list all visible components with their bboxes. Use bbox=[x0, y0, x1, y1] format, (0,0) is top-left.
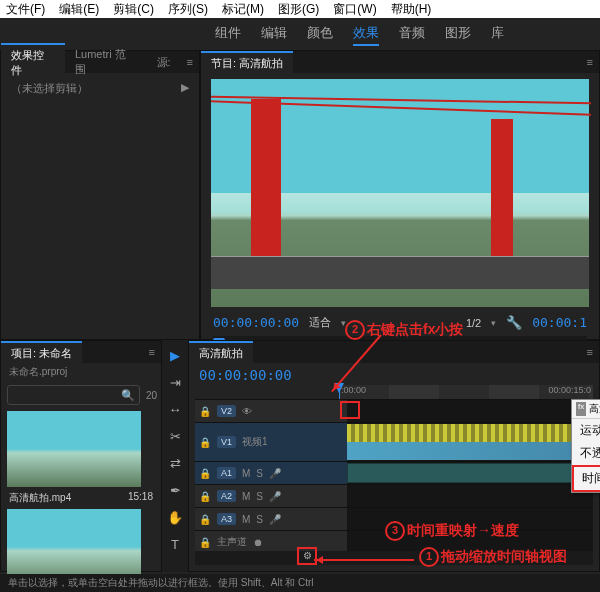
program-fit[interactable]: 适合 bbox=[309, 315, 331, 330]
tab-project[interactable]: 项目: 未命名 bbox=[1, 341, 82, 364]
wrench-icon[interactable]: 🔧 bbox=[506, 315, 522, 330]
tracks-area: 🔒V2👁 🔒V1视频1 🔒A1MS🎤 🔒A2MS🎤 bbox=[195, 399, 593, 541]
annotation-2: 右键点击fx小按 bbox=[367, 321, 463, 339]
project-search-input[interactable]: 🔍 bbox=[7, 385, 140, 405]
lock-icon[interactable]: 🔒 bbox=[199, 468, 211, 479]
ws-effects[interactable]: 效果 bbox=[353, 24, 379, 46]
tab-lumetri[interactable]: Lumetri 范围 bbox=[65, 44, 147, 80]
tab-source[interactable]: 源: bbox=[147, 52, 181, 73]
project-panel: 项目: 未命名 ≡ 未命名.prproj 🔍 20 高清航拍.mp4 15:18 bbox=[0, 340, 162, 572]
timeline-tc[interactable]: 00:00:00:00 bbox=[189, 363, 599, 387]
track-head-v1[interactable]: 🔒V1视频1 bbox=[195, 423, 347, 461]
menu-graphics[interactable]: 图形(G) bbox=[278, 1, 319, 18]
panel-menu-icon[interactable]: ≡ bbox=[181, 56, 199, 68]
ws-color[interactable]: 颜色 bbox=[307, 24, 333, 46]
track-head-master[interactable]: 🔒主声道⏺ bbox=[195, 531, 347, 553]
hand-tool[interactable]: ✋ bbox=[167, 510, 183, 525]
program-menu-icon[interactable]: ≡ bbox=[581, 56, 599, 68]
mic-icon[interactable]: 🎤 bbox=[269, 491, 281, 502]
menu-sequence[interactable]: 序列(S) bbox=[168, 1, 208, 18]
project-clip-duration: 15:18 bbox=[128, 491, 153, 505]
timeline-toolbar: ▶ ⇥ ↔ ✂ ⇄ ✒ ✋ T bbox=[162, 340, 188, 572]
tab-program[interactable]: 节目: 高清航拍 bbox=[201, 51, 293, 74]
menu-file[interactable]: 文件(F) bbox=[6, 1, 45, 18]
tab-timeline[interactable]: 高清航拍 bbox=[189, 341, 253, 364]
ripple-edit-tool[interactable]: ↔ bbox=[169, 402, 182, 417]
project-menu-icon[interactable]: ≡ bbox=[143, 346, 161, 358]
track-head-a3[interactable]: 🔒A3MS🎤 bbox=[195, 508, 347, 530]
eye-icon[interactable]: 👁 bbox=[242, 406, 252, 417]
annotation-1: 拖动缩放时间轴视图 bbox=[441, 548, 567, 566]
program-monitor: 节目: 高清航拍 ≡ 00:00:00:00 适合▾ 1/2▾ 🔧 00:00:… bbox=[200, 50, 600, 340]
ctx-clip-name: 高清航拍.mp4 [V] bbox=[589, 402, 600, 416]
audio-clip-a1[interactable] bbox=[347, 463, 593, 483]
mic-icon[interactable]: 🎤 bbox=[269, 468, 281, 479]
razor-tool[interactable]: ✂ bbox=[170, 429, 181, 444]
source-tabbar: 效果控件 Lumetri 范围 源: ≡ bbox=[1, 51, 199, 73]
ctx-opacity[interactable]: 不透明度 bbox=[572, 442, 600, 465]
menu-marker[interactable]: 标记(M) bbox=[222, 1, 264, 18]
program-tc-right: 00:00:1 bbox=[532, 315, 587, 330]
status-bar: 单击以选择，或单击空白处并拖动以进行框选。使用 Shift、Alt 和 Ctrl bbox=[0, 574, 600, 592]
ctx-motion[interactable]: 运动 bbox=[572, 419, 600, 442]
type-tool[interactable]: T bbox=[171, 537, 179, 552]
video-clip[interactable] bbox=[347, 424, 593, 460]
menu-clip[interactable]: 剪辑(C) bbox=[113, 1, 154, 18]
ws-library[interactable]: 库 bbox=[491, 24, 504, 46]
track-v1-body[interactable] bbox=[347, 423, 593, 461]
lock-icon[interactable]: 🔒 bbox=[199, 437, 211, 448]
program-tc-left: 00:00:00:00 bbox=[213, 315, 299, 330]
slip-tool[interactable]: ⇄ bbox=[170, 456, 181, 471]
timeline-menu-icon[interactable]: ≡ bbox=[581, 346, 599, 358]
timeline-panel: 高清航拍 ≡ 00:00:00:00 :00:00 00:00:15:0 🔒V2… bbox=[188, 340, 600, 572]
project-item-count: 20 bbox=[146, 390, 161, 401]
program-zoom[interactable]: 1/2 bbox=[466, 317, 481, 329]
menu-edit[interactable]: 编辑(E) bbox=[59, 1, 99, 18]
project-clip-name: 高清航拍.mp4 bbox=[9, 491, 71, 505]
ws-assembly[interactable]: 组件 bbox=[215, 24, 241, 46]
selection-tool[interactable]: ▶ bbox=[170, 348, 180, 363]
lock-icon[interactable]: 🔒 bbox=[199, 491, 211, 502]
annotation-3: 时间重映射→速度 bbox=[407, 522, 519, 540]
ws-audio[interactable]: 音频 bbox=[399, 24, 425, 46]
mic-icon[interactable]: 🎤 bbox=[269, 514, 281, 525]
lock-icon[interactable]: 🔒 bbox=[199, 514, 211, 525]
ws-graphics[interactable]: 图形 bbox=[445, 24, 471, 46]
project-file-name: 未命名.prproj bbox=[9, 365, 67, 379]
menu-help[interactable]: 帮助(H) bbox=[391, 1, 432, 18]
lock-icon[interactable]: 🔒 bbox=[199, 406, 211, 417]
track-head-a2[interactable]: 🔒A2MS🎤 bbox=[195, 485, 347, 507]
menu-window[interactable]: 窗口(W) bbox=[333, 1, 376, 18]
pen-tool[interactable]: ✒ bbox=[170, 483, 181, 498]
timeline-ruler[interactable]: :00:00 00:00:15:0 bbox=[339, 385, 593, 400]
fx-badge-highlight bbox=[340, 401, 360, 419]
ws-edit[interactable]: 编辑 bbox=[261, 24, 287, 46]
track-head-v2[interactable]: 🔒V2👁 bbox=[195, 400, 347, 422]
project-thumbnail-1[interactable] bbox=[7, 411, 141, 487]
lock-icon[interactable]: 🔒 bbox=[199, 537, 211, 548]
ctx-time-remap[interactable]: 时间重映射▶ bbox=[572, 465, 600, 492]
track-name-v1: 视频1 bbox=[242, 435, 268, 449]
annotation-1-arrow bbox=[314, 559, 414, 561]
program-video[interactable] bbox=[211, 79, 589, 307]
menubar: 文件(F) 编辑(E) 剪辑(C) 序列(S) 标记(M) 图形(G) 窗口(W… bbox=[0, 0, 600, 18]
tab-effect-controls[interactable]: 效果控件 bbox=[1, 43, 65, 81]
clip-context-menu: fx高清航拍.mp4 [V] 运动 不透明度 时间重映射▶ 速度 bbox=[571, 399, 600, 493]
track-head-a1[interactable]: 🔒A1MS🎤 bbox=[195, 462, 347, 484]
track-select-tool[interactable]: ⇥ bbox=[170, 375, 181, 390]
